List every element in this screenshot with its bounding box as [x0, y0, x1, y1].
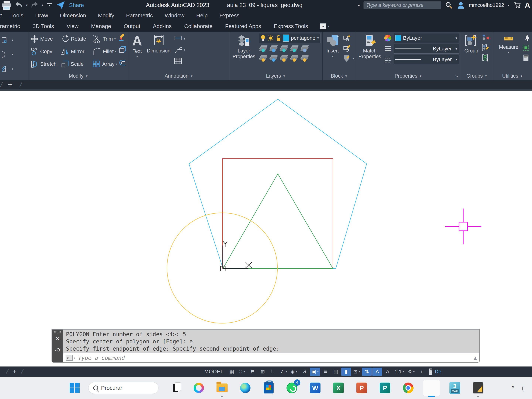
excel-button[interactable]: X	[332, 382, 344, 394]
properties-panel-label[interactable]: Properties▼ ↘	[356, 72, 461, 80]
store-button[interactable]	[263, 382, 274, 394]
username-label[interactable]: mmcoelho1992	[469, 2, 504, 8]
new-layout-button[interactable]: +	[13, 368, 16, 375]
annotation-visibility-toggle[interactable]: A	[372, 367, 382, 376]
infer-constraints-toggle[interactable]: ⊞	[258, 367, 268, 376]
quick-calc-icon[interactable]	[522, 44, 530, 52]
object-snap-toggle[interactable]: ▣▾	[310, 367, 320, 376]
ribbon-tab-featured-apps[interactable]: Featured Apps	[219, 23, 267, 29]
menu-item-tools[interactable]: Tools	[4, 12, 29, 19]
whatsapp-button[interactable]: 4	[286, 382, 298, 394]
transparency-toggle[interactable]: ▨	[331, 367, 341, 376]
command-expand-icon[interactable]: ▲	[474, 355, 477, 361]
dynamic-ucs-toggle[interactable]: ⇅	[362, 367, 372, 376]
undo-icon[interactable]	[14, 1, 23, 10]
ribbon-tab-express-tools[interactable]: Express Tools	[267, 23, 314, 29]
print-icon[interactable]	[1, 0, 12, 10]
model-space-button[interactable]: MODEL	[202, 367, 226, 376]
linetype-select[interactable]: ByLayer▾	[394, 55, 459, 64]
rotate-button[interactable]: Rotate	[61, 33, 92, 45]
isolate-objects-toggle[interactable]: ＋	[417, 367, 426, 376]
ribbon-collapse-button[interactable]: ▲▾	[320, 24, 329, 29]
taskbar-search[interactable]: Procurar	[88, 382, 158, 394]
autocad-button[interactable]: ACAD	[426, 382, 437, 394]
layer-properties-button[interactable]: Layer Properties	[231, 33, 257, 72]
offset-icon[interactable]	[118, 58, 127, 67]
lineweight-icon[interactable]	[384, 45, 392, 53]
create-block-icon[interactable]	[343, 34, 351, 42]
layer-freeze-icon[interactable]	[279, 44, 290, 54]
sketchbook-button[interactable]	[472, 382, 484, 394]
keyword-search-input[interactable]: Type a keyword or phrase	[364, 1, 441, 9]
group-edit-icon[interactable]	[481, 44, 490, 52]
annotation-panel-label[interactable]: Annotation▼	[129, 72, 229, 80]
ribbon-tab-add-ins[interactable]: Add-ins	[147, 23, 178, 29]
trim-button[interactable]: Trim▾	[93, 33, 117, 45]
user-dropdown[interactable]: ▾	[508, 4, 509, 7]
match-properties-button[interactable]: Match Properties	[358, 33, 382, 72]
3dsmax-button[interactable]: 3MAX	[449, 382, 461, 394]
new-drawing-tab-button[interactable]: +	[7, 80, 12, 89]
start-button[interactable]	[69, 382, 81, 394]
draw-circle-icon[interactable]	[2, 50, 10, 59]
ribbon-tab-view[interactable]: View	[60, 23, 85, 29]
file-explorer-button[interactable]	[216, 382, 228, 394]
fillet-button[interactable]: Fillet▾	[93, 46, 117, 57]
status-right-label[interactable]: De	[427, 367, 443, 376]
cart-icon[interactable]	[513, 1, 521, 9]
tray-chevron[interactable]: ^	[512, 384, 514, 392]
menu-item-dimension[interactable]: Dimension	[54, 12, 92, 19]
ungroup-icon[interactable]	[481, 34, 490, 42]
menu-item-draw[interactable]: Draw	[29, 12, 54, 19]
id-point-icon[interactable]	[522, 54, 530, 62]
properties-launcher[interactable]: ↘	[455, 74, 458, 78]
menu-item-express[interactable]: Express	[214, 12, 245, 19]
draw-rectangle-icon[interactable]	[2, 36, 10, 44]
layer-select[interactable]: pentagono ▾	[259, 33, 321, 43]
ribbon-tab-collaborate[interactable]: Collaborate	[178, 23, 219, 29]
auto-scale-toggle[interactable]: A	[383, 367, 392, 376]
layer-lock-icon[interactable]	[290, 44, 300, 54]
array-button[interactable]: Array▾	[92, 58, 117, 70]
stretch-button[interactable]: Stretch	[30, 58, 60, 70]
ribbon-tab-manage[interactable]: Manage	[85, 23, 117, 29]
insert-button[interactable]: Insert▾	[324, 33, 341, 72]
word-button[interactable]: W	[309, 382, 321, 394]
command-line-panel[interactable]: :::::: ✕ ⚲ POLYGON Enter number of sides…	[51, 329, 480, 363]
groups-panel-label[interactable]: Groups▼	[461, 72, 493, 80]
command-input[interactable]: >_ ▾ Type a command ▲	[63, 353, 479, 362]
scale-button[interactable]: Scale	[61, 58, 92, 70]
lineweight-select[interactable]: ByLayer▾	[394, 44, 459, 54]
powerpoint-button[interactable]: P	[356, 382, 367, 394]
search-icon[interactable]	[445, 1, 453, 9]
selection-cycling-toggle[interactable]: ▮	[341, 367, 351, 376]
drag-grip-icon[interactable]: ::::::	[54, 330, 61, 334]
drawing-canvas[interactable]: :::::: ✕ ⚲ POLYGON Enter number of sides…	[0, 91, 532, 367]
recent-commands-caret[interactable]: ▾	[74, 356, 76, 360]
dynamic-input-toggle[interactable]: ⚑	[248, 367, 257, 376]
edit-attributes-icon[interactable]	[343, 54, 351, 63]
menu-item-help[interactable]: Help	[190, 12, 214, 19]
explode-icon[interactable]	[118, 46, 127, 54]
chrome-button[interactable]	[402, 382, 414, 394]
layer-on-all-icon[interactable]	[259, 54, 269, 63]
polar-tracking-toggle[interactable]: ∠▾	[279, 367, 289, 376]
object-color-select[interactable]: ByLayer▾	[394, 33, 459, 43]
layer-off-icon[interactable]	[259, 44, 269, 54]
close-icon[interactable]: ✕	[55, 336, 60, 342]
undo-dropdown[interactable]: ▾	[26, 3, 27, 7]
edit-block-icon[interactable]	[343, 44, 351, 52]
command-panel-handle[interactable]: :::::: ✕ ⚲	[52, 329, 63, 362]
wrench-icon[interactable]: ⚲	[54, 348, 61, 353]
autodesk-logo-icon[interactable]: A	[525, 1, 530, 9]
annotation-scale-toggle[interactable]: 1:1▾	[393, 367, 405, 376]
customization-toggle[interactable]: ⚙▾	[406, 367, 416, 376]
ribbon-tab-rametric[interactable]: rametric	[0, 23, 26, 29]
color-wheel-icon[interactable]	[384, 34, 392, 42]
menu-item-parametric[interactable]: Parametric	[120, 12, 159, 19]
share-button[interactable]: Share	[69, 2, 84, 8]
snap-mode-toggle[interactable]: ∷▾	[237, 367, 247, 376]
layer-current-icon[interactable]	[269, 54, 279, 63]
isometric-drafting-toggle[interactable]: ◈▾	[289, 367, 299, 376]
task-view-button[interactable]	[170, 382, 181, 394]
